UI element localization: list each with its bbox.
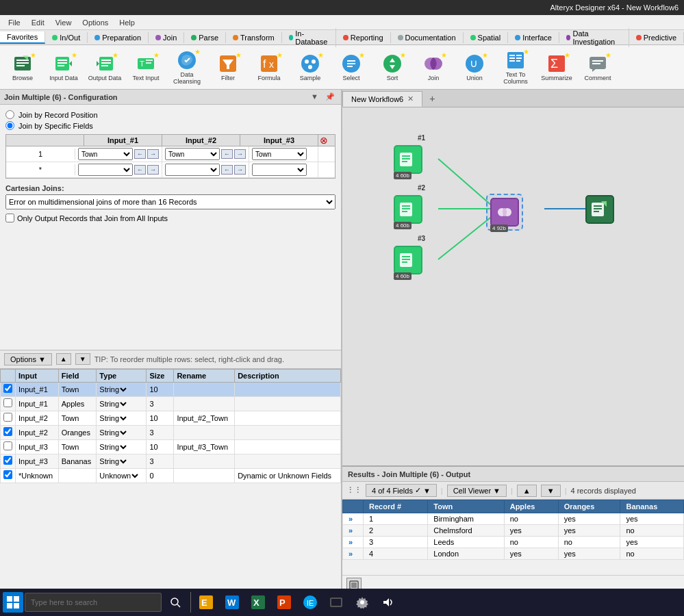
join-arrow-left-star2[interactable]: ← xyxy=(221,165,233,175)
taskbar-app-6[interactable] xyxy=(324,590,349,615)
tab-reporting[interactable]: Reporting xyxy=(336,32,391,43)
taskbar-gear-icon[interactable] xyxy=(350,590,375,615)
canvas-area[interactable]: 4 60b #1 4 60b #2 xyxy=(342,107,684,465)
row-type-select-1[interactable] xyxy=(119,398,129,409)
menu-edit[interactable]: Edit xyxy=(26,17,50,28)
row-checkbox-6[interactable] xyxy=(3,470,12,479)
input-node-2[interactable]: 4 60b #2 xyxy=(394,195,422,224)
taskbar-app-3[interactable]: X xyxy=(246,590,270,615)
join-arrow-right-star1[interactable]: → xyxy=(147,165,159,175)
tab-join[interactable]: Join xyxy=(149,32,184,43)
svg-text:P: P xyxy=(279,598,286,608)
options-button[interactable]: Options ▼ xyxy=(4,353,52,365)
workflow-tab-close[interactable]: ✕ xyxy=(407,94,414,103)
tab-interface[interactable]: Interface xyxy=(508,32,559,43)
radio-specific-fields[interactable] xyxy=(5,121,14,130)
data-cleansing-tool[interactable]: ★ Data Cleansing xyxy=(167,47,207,87)
workflow-tab-main[interactable]: New Workflow6 ✕ xyxy=(342,91,422,107)
menu-view[interactable]: View xyxy=(50,17,77,28)
start-button[interactable] xyxy=(3,592,23,613)
sort-asc-button[interactable]: ▲ xyxy=(517,485,537,497)
row-type-select-0[interactable] xyxy=(119,384,129,395)
tab-parse[interactable]: Parse xyxy=(184,32,226,43)
tab-predictive[interactable]: Predictive xyxy=(629,32,684,43)
join-arrow-left-1[interactable]: ← xyxy=(134,149,146,159)
join-select-input3-1[interactable]: Town xyxy=(252,148,307,160)
browse-label: Browse xyxy=(12,75,33,82)
cartesian-select[interactable]: Error on multidimensional joins of more … xyxy=(5,194,335,209)
right-panel: New Workflow6 ✕ + xyxy=(342,90,684,602)
text-to-columns-tool[interactable]: ★ Text To Columns xyxy=(496,47,535,87)
input-node-3[interactable]: 4 60b #3 xyxy=(394,246,422,274)
svg-rect-43 xyxy=(509,57,515,59)
tab-transform[interactable]: Transform xyxy=(226,32,282,43)
join-arrow-left-2[interactable]: ← xyxy=(221,149,233,159)
join-tool[interactable]: ★ Join xyxy=(414,47,453,87)
row-checkbox-2[interactable] xyxy=(3,413,12,422)
row-type-select-5[interactable] xyxy=(119,456,129,467)
radio-record-position[interactable] xyxy=(5,110,14,119)
tab-datainvestigation[interactable]: Data Investigation xyxy=(559,28,629,47)
taskbar-app-2[interactable]: W xyxy=(220,590,244,615)
join-remove-all-icon[interactable]: ⊗ xyxy=(318,133,329,147)
menu-help[interactable]: Help xyxy=(114,17,140,28)
move-up-button[interactable]: ▲ xyxy=(56,353,71,365)
fields-count-button[interactable]: 4 of 4 Fields ✓ ▼ xyxy=(366,484,437,497)
tab-favorites[interactable]: Favorites xyxy=(0,31,45,44)
panel-pin-icon[interactable]: 📌 xyxy=(323,92,337,102)
row-checkbox-5[interactable] xyxy=(3,456,12,465)
join-select-input1-1[interactable]: Town xyxy=(78,148,133,160)
taskbar-volume-icon[interactable] xyxy=(376,590,401,615)
output-data-tool[interactable]: ★ Output Data xyxy=(85,47,125,87)
join-arrow-right-star2[interactable]: → xyxy=(234,165,246,175)
join-select-input2-star[interactable] xyxy=(165,164,220,176)
move-down-button[interactable]: ▼ xyxy=(75,353,90,365)
union-tool[interactable]: ∪ ★ Union xyxy=(455,47,494,87)
row-checkbox-4[interactable] xyxy=(3,441,12,450)
join-select-input3-star[interactable] xyxy=(252,164,307,176)
sort-tool[interactable]: ★ Sort xyxy=(372,47,412,87)
results-drag-handle[interactable]: ⋮⋮ xyxy=(346,486,362,495)
input-node-1[interactable]: 4 60b #1 xyxy=(394,145,422,174)
taskbar-app-5[interactable]: IE xyxy=(298,590,322,615)
text-input-tool[interactable]: T ★ Text Input xyxy=(126,47,166,87)
cell-viewer-button[interactable]: Cell Viewer ▼ xyxy=(447,485,507,497)
summarize-tool[interactable]: Σ ★ Summarize xyxy=(537,47,577,87)
tab-documentation[interactable]: Documentation xyxy=(391,32,464,43)
browse-node[interactable] xyxy=(585,195,614,224)
add-tab-button[interactable]: + xyxy=(424,90,440,107)
select-tool[interactable]: ★ Select xyxy=(331,47,371,87)
taskbar-search-icon[interactable] xyxy=(163,590,188,615)
join-select-input2-1[interactable]: Town xyxy=(165,148,220,160)
join-arrow-right-2[interactable]: → xyxy=(234,149,246,159)
input-data-tool[interactable]: ★ Input Data xyxy=(44,47,84,87)
row-checkbox-0[interactable] xyxy=(3,384,12,393)
tab-preparation[interactable]: Preparation xyxy=(88,32,149,43)
taskbar-app-1[interactable]: E xyxy=(194,590,218,615)
sort-desc-button[interactable]: ▼ xyxy=(541,485,561,497)
tab-indatabase[interactable]: In-Database xyxy=(282,28,336,47)
row-type-select-4[interactable] xyxy=(119,441,129,452)
formula-tool[interactable]: fx ★ Formula xyxy=(249,47,289,87)
tab-inout[interactable]: In/Out xyxy=(45,32,88,43)
join-arrow-right-1[interactable]: → xyxy=(147,149,159,159)
taskbar-app-4[interactable]: P xyxy=(272,590,296,615)
browse-tool[interactable]: ★ Browse xyxy=(3,47,42,87)
sample-tool[interactable]: ★ Sample xyxy=(290,47,330,87)
only-output-checkbox[interactable] xyxy=(5,214,14,222)
join-select-input1-star[interactable] xyxy=(78,164,133,176)
menu-options[interactable]: Options xyxy=(77,17,114,28)
menu-file[interactable]: File xyxy=(3,17,26,28)
filter-tool[interactable]: ★ Filter xyxy=(208,47,248,87)
join-multiple-node-container[interactable]: 4 92b xyxy=(486,194,523,231)
tab-spatial[interactable]: Spatial xyxy=(464,32,509,43)
taskbar-search-input[interactable] xyxy=(25,593,162,612)
row-type-select-3[interactable] xyxy=(119,427,129,438)
comment-tool[interactable]: ★ Comment xyxy=(578,47,618,87)
join-arrow-left-star1[interactable]: ← xyxy=(134,165,146,175)
row-type-select-2[interactable] xyxy=(119,413,129,424)
row-checkbox-3[interactable] xyxy=(3,427,12,436)
panel-minimize-icon[interactable]: ▼ xyxy=(309,92,320,102)
row-type-select-6[interactable] xyxy=(131,470,140,481)
row-checkbox-1[interactable] xyxy=(3,398,12,407)
